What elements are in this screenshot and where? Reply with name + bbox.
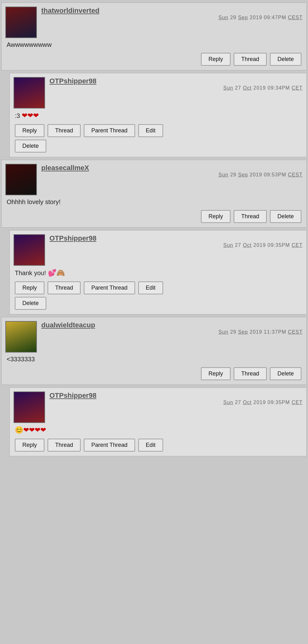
post-header: OTPshipper98 Sun 27 Oct 2019 09:35PM CET: [14, 234, 303, 266]
username[interactable]: OTPshipper98: [49, 77, 303, 85]
edit-button[interactable]: Edit: [138, 281, 163, 294]
post-header: OTPshipper98 Sun 27 Oct 2019 09:34PM CET: [14, 77, 303, 108]
post-text: Awwwwwwwww: [7, 41, 52, 48]
emoji-monkey: 🙈: [56, 269, 65, 277]
post-body: :3 ❤❤❤: [14, 112, 303, 120]
thread-button[interactable]: Thread: [48, 439, 81, 452]
post-meta: dualwieldteacup Sun 29 Sep 2019 11:37PM …: [41, 321, 303, 335]
post: thatworldinverted Sun 29 Sep 2019 09:47P…: [1, 3, 307, 70]
timestamp: Sun 29 Sep 2019 11:37PM CEST: [41, 329, 303, 335]
avatar: [5, 7, 37, 38]
post-header: OTPshipper98 Sun 27 Oct 2019 09:35PM CET: [14, 391, 303, 423]
delete-button[interactable]: Delete: [270, 367, 301, 380]
post-meta: OTPshipper98 Sun 27 Oct 2019 09:35PM CET: [49, 391, 303, 405]
username[interactable]: OTPshipper98: [49, 234, 303, 242]
reply-button[interactable]: Reply: [15, 439, 44, 452]
action-row-2: Delete: [14, 140, 303, 153]
post-meta: OTPshipper98 Sun 27 Oct 2019 09:34PM CET: [49, 77, 303, 91]
parent-thread-button[interactable]: Parent Thread: [84, 281, 135, 294]
post: OTPshipper98 Sun 27 Oct 2019 09:35PM CET…: [9, 230, 307, 314]
thread-button[interactable]: Thread: [234, 53, 267, 66]
timestamp: Sun 29 Sep 2019 09:47PM CEST: [41, 15, 303, 20]
emoji-smile: 😊: [15, 426, 23, 434]
username[interactable]: dualwieldteacup: [41, 321, 303, 329]
parent-thread-button[interactable]: Parent Thread: [84, 439, 135, 452]
reply-button[interactable]: Reply: [15, 281, 44, 294]
action-row: ReplyThreadDelete: [5, 210, 303, 223]
timestamp: Sun 27 Oct 2019 09:34PM CET: [49, 85, 303, 91]
action-row: ReplyThreadParent ThreadEdit: [14, 281, 303, 294]
action-row: ReplyThreadDelete: [5, 367, 303, 380]
post-meta: pleasecallmeX Sun 29 Sep 2019 09:53PM CE…: [41, 164, 303, 178]
parent-thread-button[interactable]: Parent Thread: [84, 124, 135, 137]
username[interactable]: OTPshipper98: [49, 391, 303, 400]
avatar: [5, 164, 37, 195]
avatar: [14, 77, 45, 108]
post-text: <3333333: [7, 356, 35, 363]
edit-button[interactable]: Edit: [138, 124, 163, 137]
username[interactable]: thatworldinverted: [41, 7, 303, 15]
timestamp: Sun 29 Sep 2019 09:53PM CEST: [41, 172, 303, 178]
post-body: Ohhhh lovely story!: [5, 198, 303, 206]
avatar: [14, 391, 45, 423]
post-meta: thatworldinverted Sun 29 Sep 2019 09:47P…: [41, 7, 303, 20]
thread-button[interactable]: Thread: [234, 367, 267, 380]
thread-button[interactable]: Thread: [48, 281, 81, 294]
thread-button[interactable]: Thread: [234, 210, 267, 223]
action-row-2: Delete: [14, 297, 303, 310]
post-meta: OTPshipper98 Sun 27 Oct 2019 09:35PM CET: [49, 234, 303, 248]
timestamp: Sun 27 Oct 2019 09:35PM CET: [49, 242, 303, 248]
delete-button[interactable]: Delete: [270, 53, 301, 66]
post-header: thatworldinverted Sun 29 Sep 2019 09:47P…: [5, 7, 303, 38]
post: OTPshipper98 Sun 27 Oct 2019 09:34PM CET…: [9, 73, 307, 157]
username[interactable]: pleasecallmeX: [41, 164, 303, 172]
delete-button[interactable]: Delete: [270, 210, 301, 223]
delete-button[interactable]: Delete: [15, 297, 46, 310]
timestamp: Sun 27 Oct 2019 09:35PM CET: [49, 400, 303, 405]
post-body: <3333333: [5, 356, 303, 363]
post-header: dualwieldteacup Sun 29 Sep 2019 11:37PM …: [5, 321, 303, 353]
post: pleasecallmeX Sun 29 Sep 2019 09:53PM CE…: [1, 160, 307, 228]
reply-button[interactable]: Reply: [201, 367, 231, 380]
post-body: Awwwwwwwww: [5, 41, 303, 48]
emoji-hearts: ❤❤❤❤: [23, 426, 46, 434]
reply-button[interactable]: Reply: [201, 53, 231, 66]
avatar: [5, 321, 37, 353]
action-row: ReplyThreadParent ThreadEdit: [14, 439, 303, 452]
post-body: 😊❤❤❤❤: [14, 426, 303, 434]
post-header: pleasecallmeX Sun 29 Sep 2019 09:53PM CE…: [5, 164, 303, 195]
delete-button[interactable]: Delete: [15, 140, 46, 153]
action-row: ReplyThreadParent ThreadEdit: [14, 124, 303, 137]
action-row: ReplyThreadDelete: [5, 53, 303, 66]
avatar: [14, 234, 45, 266]
emoji-pink-heart: 💕: [48, 269, 56, 277]
post-text: Ohhhh lovely story!: [7, 198, 60, 205]
edit-button[interactable]: Edit: [138, 439, 163, 452]
post: dualwieldteacup Sun 29 Sep 2019 11:37PM …: [1, 317, 307, 385]
reply-button[interactable]: Reply: [201, 210, 231, 223]
reply-button[interactable]: Reply: [15, 124, 44, 137]
emoji-hearts: ❤❤❤: [22, 112, 39, 119]
post-body: Thank you! 💕🙈: [14, 269, 303, 277]
thread-button[interactable]: Thread: [48, 124, 81, 137]
post: OTPshipper98 Sun 27 Oct 2019 09:35PM CET…: [9, 387, 307, 456]
